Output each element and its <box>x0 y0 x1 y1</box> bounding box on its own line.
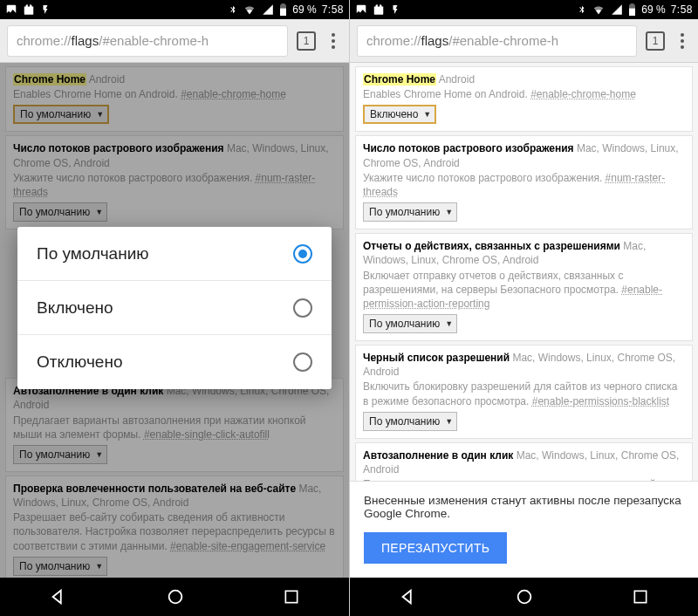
dialog-option-disabled[interactable]: Отключено <box>17 335 332 389</box>
chevron-down-icon: ▼ <box>445 207 453 217</box>
radio-checked-icon <box>293 244 312 264</box>
svg-point-0 <box>169 591 182 604</box>
dialog-option-default[interactable]: По умолчанию <box>17 227 332 281</box>
page-content: Chrome Home Android Enables Chrome Home … <box>0 63 349 578</box>
signal-icon <box>611 3 623 16</box>
flag-select[interactable]: Включено▼ <box>363 105 436 124</box>
svg-point-2 <box>518 591 531 604</box>
chevron-down-icon: ▼ <box>445 318 453 329</box>
flag-raster: Число потоков растрового изображения Mac… <box>355 135 693 229</box>
flag-select[interactable]: По умолчанию▼ <box>363 314 457 333</box>
back-icon[interactable] <box>399 587 418 606</box>
overflow-menu-icon[interactable] <box>674 33 691 49</box>
svg-rect-3 <box>634 591 646 602</box>
recents-icon[interactable] <box>632 588 649 606</box>
flag-chrome-home: Chrome Home Android Enables Chrome Home … <box>355 66 693 132</box>
dialog-option-enabled[interactable]: Включено <box>17 281 332 335</box>
tab-switcher[interactable]: 1 <box>297 31 316 51</box>
android-navbar <box>350 578 698 616</box>
shop-icon <box>23 3 35 16</box>
image-icon <box>5 3 17 16</box>
flag-select[interactable]: По умолчанию▼ <box>363 202 457 222</box>
home-icon[interactable] <box>515 587 534 606</box>
tab-switcher[interactable]: 1 <box>646 31 665 51</box>
browser-toolbar: chrome://flags/#enable-chrome-h 1 <box>0 19 349 63</box>
recents-icon[interactable] <box>283 588 300 606</box>
android-navbar <box>0 578 349 616</box>
back-icon[interactable] <box>49 587 68 606</box>
home-icon[interactable] <box>166 587 185 606</box>
radio-unchecked-icon <box>293 352 312 372</box>
phone-left: 69 % 7:58 chrome://flags/#enable-chrome-… <box>0 0 349 616</box>
clock-text: 7:58 <box>322 3 344 16</box>
shop-icon <box>373 3 385 16</box>
battery-text: 69 % <box>292 3 316 16</box>
clock-text: 7:58 <box>671 3 693 16</box>
status-bar: 69 % 7:58 <box>350 0 698 19</box>
restart-button[interactable]: ПЕРЕЗАПУСТИТЬ <box>364 532 507 564</box>
wifi-icon <box>592 3 606 16</box>
battery-text: 69 % <box>641 3 665 16</box>
flag-perm-black: Черный список разрешений Mac, Windows, L… <box>355 345 693 439</box>
image-icon <box>355 3 367 16</box>
chevron-down-icon: ▼ <box>445 416 453 427</box>
svg-rect-1 <box>285 591 297 602</box>
bluetooth-icon <box>229 3 237 16</box>
wifi-icon <box>243 3 257 16</box>
radio-unchecked-icon <box>293 298 312 318</box>
battery-icon <box>628 3 636 16</box>
bluetooth-icon <box>578 3 586 16</box>
chevron-down-icon: ▼ <box>423 109 431 120</box>
bolt-icon <box>40 3 51 16</box>
browser-toolbar: chrome://flags/#enable-chrome-h 1 <box>350 19 698 63</box>
phone-right: 69 % 7:58 chrome://flags/#enable-chrome-… <box>349 0 698 616</box>
url-bar[interactable]: chrome://flags/#enable-chrome-h <box>357 25 637 57</box>
status-bar: 69 % 7:58 <box>0 0 349 19</box>
flag-select[interactable]: По умолчанию▼ <box>363 412 457 431</box>
bolt-icon <box>390 3 400 16</box>
battery-icon <box>279 3 287 16</box>
url-bar[interactable]: chrome://flags/#enable-chrome-h <box>7 25 288 57</box>
flag-perm-report: Отчеты о действиях, связанных с разрешен… <box>355 233 693 341</box>
banner-text: Внесенные изменения станут активны после… <box>364 494 684 520</box>
restart-banner: Внесенные изменения станут активны после… <box>350 481 698 578</box>
select-dialog: По умолчанию Включено Отключено <box>17 227 332 389</box>
overflow-menu-icon[interactable] <box>325 33 342 49</box>
signal-icon <box>262 3 274 16</box>
